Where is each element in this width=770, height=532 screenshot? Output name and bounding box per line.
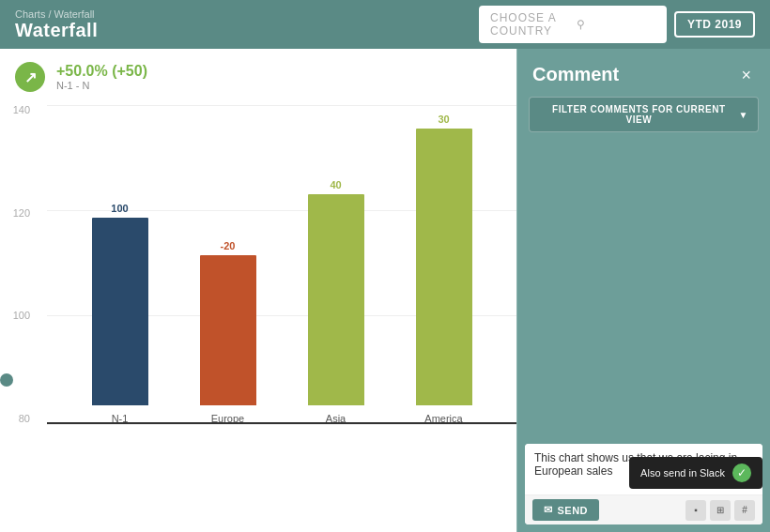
comment-input-area: This chart shows us that we are lacing i… xyxy=(525,444,762,524)
bar-europe-value: -20 xyxy=(221,240,236,251)
trend-icon: ↗ xyxy=(15,62,45,92)
format-icon-1[interactable]: ▪ xyxy=(685,500,706,521)
header-left: Charts / Waterfall Waterfall xyxy=(15,8,98,41)
bar-america-rect xyxy=(416,129,472,405)
stats-value: +50.0% (+50) xyxy=(56,63,147,80)
bar-europe: -20 Europe xyxy=(200,240,256,424)
y-label-120: 120 xyxy=(0,208,38,219)
search-icon: ⚲ xyxy=(577,18,655,31)
bar-asia-rect xyxy=(308,194,364,405)
slack-tooltip-text: Also send in Slack xyxy=(640,467,725,479)
bar-n1-rect xyxy=(92,218,148,405)
breadcrumb: Charts / Waterfall xyxy=(15,8,98,20)
filter-icon: ▼ xyxy=(739,110,748,120)
ytd-button[interactable]: YTD 2019 xyxy=(674,11,755,38)
stats-text: +50.0% (+50) N-1 - N xyxy=(56,63,147,91)
comment-footer: Also send in Slack ✓ ✉ SEND ▪ ⊞ # xyxy=(525,494,762,524)
main-area: ↗ +50.0% (+50) N-1 - N 140 120 100 80 xyxy=(0,49,770,532)
stats-bar: ↗ +50.0% (+50) N-1 - N xyxy=(0,49,516,105)
filter-comments-button[interactable]: FILTER COMMENTS FOR CURRENT VIEW ▼ xyxy=(529,97,759,132)
filter-label: FILTER COMMENTS FOR CURRENT VIEW xyxy=(539,104,739,125)
bar-america-value: 30 xyxy=(438,114,449,125)
send-button[interactable]: ✉ SEND xyxy=(532,499,599,521)
header-right: CHOOSE A COUNTRY ⚲ YTD 2019 xyxy=(479,6,755,43)
format-icons: ▪ ⊞ # xyxy=(685,500,755,521)
bar-asia: 40 Asia xyxy=(308,179,364,424)
left-indicator xyxy=(0,373,13,387)
format-icon-3[interactable]: # xyxy=(734,500,755,521)
grid-line-4 xyxy=(47,424,516,425)
slack-check-icon: ✓ xyxy=(732,464,751,482)
format-icon-2[interactable]: ⊞ xyxy=(710,500,731,521)
stats-label: N-1 - N xyxy=(56,80,147,91)
send-label: SEND xyxy=(558,505,589,516)
y-label-100: 100 xyxy=(0,311,38,321)
bar-n1-value: 100 xyxy=(111,203,128,214)
comment-header: Comment × xyxy=(517,49,770,97)
search-placeholder: CHOOSE A COUNTRY xyxy=(490,11,569,38)
x-axis-line xyxy=(47,422,516,424)
bar-america: 30 America xyxy=(416,114,472,424)
page-title: Waterfall xyxy=(15,20,98,41)
send-icon: ✉ xyxy=(544,504,553,516)
bars-area: 100 N-1 -20 Europe 40 Asia xyxy=(47,105,516,424)
close-button[interactable]: × xyxy=(737,65,755,85)
comment-panel: Comment × FILTER COMMENTS FOR CURRENT VI… xyxy=(516,49,770,532)
bar-europe-rect xyxy=(200,255,256,405)
country-search[interactable]: CHOOSE A COUNTRY ⚲ xyxy=(479,6,667,43)
comment-body xyxy=(517,144,770,436)
chart-area: ↗ +50.0% (+50) N-1 - N 140 120 100 80 xyxy=(0,49,516,532)
chart-container: 140 120 100 80 100 N-1 xyxy=(0,105,516,462)
bar-n1: 100 N-1 xyxy=(92,203,148,424)
slack-tooltip: Also send in Slack ✓ xyxy=(629,457,762,489)
bar-asia-value: 40 xyxy=(330,179,341,190)
comment-title: Comment xyxy=(532,64,619,85)
app-header: Charts / Waterfall Waterfall CHOOSE A CO… xyxy=(0,0,770,49)
y-label-140: 140 xyxy=(0,105,38,115)
y-label-80: 80 xyxy=(0,414,38,424)
